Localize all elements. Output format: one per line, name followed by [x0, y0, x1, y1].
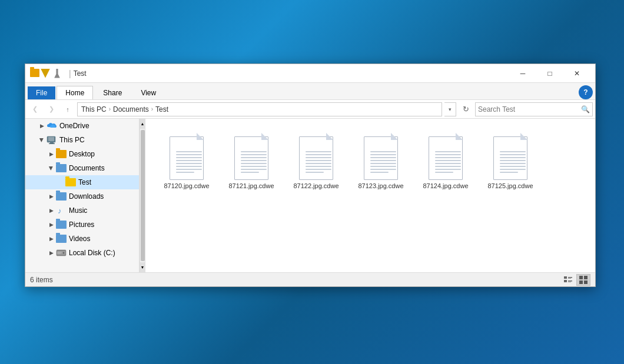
- expand-arrow-documents[interactable]: ▶: [47, 163, 56, 173]
- downloads-icon: [56, 192, 67, 201]
- path-part-thispc[interactable]: This PC: [81, 105, 107, 113]
- tab-share[interactable]: Share: [94, 86, 131, 99]
- sidebar-scrollbar[interactable]: ▲ ▼: [140, 119, 145, 272]
- forward-button[interactable]: ❯: [44, 102, 58, 116]
- file-body: [234, 136, 268, 180]
- search-box[interactable]: 🔍: [475, 102, 593, 116]
- file-icon: [362, 133, 400, 180]
- sidebar-item-desktop[interactable]: ▶ Desktop: [25, 147, 139, 161]
- sidebar-item-onedrive[interactable]: ▶ OneDrive: [25, 119, 139, 133]
- back-button[interactable]: ❮: [28, 102, 42, 116]
- search-input[interactable]: [478, 105, 579, 113]
- svg-rect-14: [568, 280, 572, 282]
- search-icon[interactable]: 🔍: [581, 105, 590, 113]
- file-name: 87124.jpg.cdwe: [423, 182, 468, 189]
- expand-arrow-localdisk[interactable]: ▶: [47, 248, 56, 258]
- svg-rect-18: [579, 280, 583, 284]
- expand-arrow-pictures[interactable]: ▶: [47, 220, 56, 229]
- scroll-thumb[interactable]: [141, 130, 145, 261]
- path-chevron-2: ›: [151, 106, 153, 112]
- title-bar-pin-icon: [52, 69, 62, 78]
- sidebar-label-desktop: Desktop: [69, 150, 95, 158]
- file-name: 87120.jpg.cdwe: [164, 182, 209, 189]
- file-item[interactable]: 87123.jpg.cdwe: [351, 131, 410, 192]
- window-title: Test: [74, 69, 87, 78]
- up-button[interactable]: ↑: [61, 102, 75, 116]
- path-part-test[interactable]: Test: [155, 105, 168, 113]
- expand-arrow-music[interactable]: ▶: [47, 206, 56, 215]
- file-body: [170, 136, 204, 180]
- expand-arrow-thispc[interactable]: ▶: [37, 135, 47, 145]
- sidebar-label-videos: Videos: [69, 235, 90, 243]
- sidebar-item-documents[interactable]: ▶ Documents: [25, 161, 139, 175]
- file-explorer-window: | Test ─ □ ✕ File Home Share View ? ❮ ❯ …: [25, 64, 596, 287]
- file-lines: [370, 151, 396, 175]
- expand-arrow-onedrive[interactable]: ▶: [37, 121, 47, 131]
- title-folder-icon: [30, 69, 39, 77]
- minimize-button[interactable]: ─: [509, 64, 536, 83]
- expand-arrow-desktop[interactable]: ▶: [47, 149, 56, 159]
- sidebar-item-pictures[interactable]: ▶ Pictures: [25, 218, 139, 232]
- file-name: 87121.jpg.cdwe: [228, 182, 274, 189]
- view-detail-button[interactable]: [561, 274, 575, 286]
- sidebar-item-videos[interactable]: ▶ Videos: [25, 232, 139, 246]
- address-path[interactable]: This PC › Documents › Test: [77, 102, 442, 116]
- scroll-down-button[interactable]: ▼: [140, 262, 145, 272]
- sidebar-item-downloads[interactable]: ▶ Downloads: [25, 189, 139, 203]
- path-part-documents[interactable]: Documents: [113, 105, 149, 113]
- address-dropdown-button[interactable]: ▾: [444, 102, 456, 116]
- file-icon: [427, 133, 464, 180]
- svg-rect-9: [57, 253, 61, 254]
- sidebar-item-localdisk[interactable]: ▶ Local Disk (C:): [25, 246, 139, 260]
- expand-arrow-videos[interactable]: ▶: [47, 234, 56, 243]
- tab-view[interactable]: View: [132, 86, 165, 99]
- svg-rect-10: [564, 276, 567, 279]
- maximize-button[interactable]: □: [536, 64, 563, 83]
- ribbon-tabs: File Home Share View ?: [25, 83, 595, 99]
- svg-point-7: [63, 252, 65, 254]
- svg-rect-8: [57, 252, 62, 253]
- svg-rect-12: [568, 278, 571, 279]
- tab-home[interactable]: Home: [57, 86, 93, 99]
- file-area: 87120.jpg.cdwe 87121.j: [145, 119, 595, 272]
- file-lines: [241, 151, 267, 175]
- sidebar-label-pictures: Pictures: [69, 221, 94, 229]
- file-name: 87125.jpg.cdwe: [487, 182, 533, 189]
- thispc-icon: [47, 135, 57, 145]
- sidebar-label-thispc: This PC: [59, 136, 85, 144]
- tab-file[interactable]: File: [28, 86, 55, 99]
- sidebar-label-test: Test: [78, 178, 91, 186]
- help-button[interactable]: ?: [579, 85, 593, 99]
- file-body: [429, 136, 463, 180]
- expand-arrow-downloads[interactable]: ▶: [47, 192, 56, 201]
- sidebar-item-music[interactable]: ▶ ♪ Music: [25, 203, 139, 218]
- file-item[interactable]: 87121.jpg.cdwe: [222, 131, 281, 192]
- ribbon: File Home Share View ?: [25, 83, 595, 100]
- sidebar-item-test[interactable]: ▶ Test: [25, 175, 139, 189]
- view-large-button[interactable]: [576, 274, 590, 286]
- file-body: [299, 136, 333, 180]
- file-icon: [233, 133, 270, 180]
- file-item[interactable]: 87125.jpg.cdwe: [481, 131, 540, 192]
- refresh-button[interactable]: ↻: [459, 102, 473, 116]
- test-folder-icon: [65, 178, 76, 187]
- file-icon: [168, 133, 205, 180]
- file-item[interactable]: 87124.jpg.cdwe: [416, 131, 475, 192]
- status-bar: 6 items: [25, 272, 595, 286]
- files-grid: 87120.jpg.cdwe 87121.j: [151, 125, 589, 198]
- file-body: [493, 136, 527, 180]
- sidebar-label-onedrive: OneDrive: [59, 122, 89, 130]
- file-item[interactable]: 87120.jpg.cdwe: [157, 131, 216, 192]
- close-button[interactable]: ✕: [563, 64, 590, 83]
- svg-rect-15: [568, 282, 571, 282]
- svg-rect-16: [579, 276, 583, 279]
- title-bar: | Test ─ □ ✕: [25, 64, 595, 83]
- sidebar-label-downloads: Downloads: [69, 192, 104, 201]
- file-lines: [306, 151, 331, 175]
- svg-rect-19: [584, 280, 588, 284]
- scroll-up-button[interactable]: ▲: [140, 119, 145, 129]
- sidebar-item-thispc[interactable]: ▶ This PC: [25, 133, 139, 147]
- file-lines: [435, 151, 461, 175]
- file-item[interactable]: 87122.jpg.cdwe: [287, 131, 346, 192]
- file-name: 87122.jpg.cdwe: [293, 182, 338, 189]
